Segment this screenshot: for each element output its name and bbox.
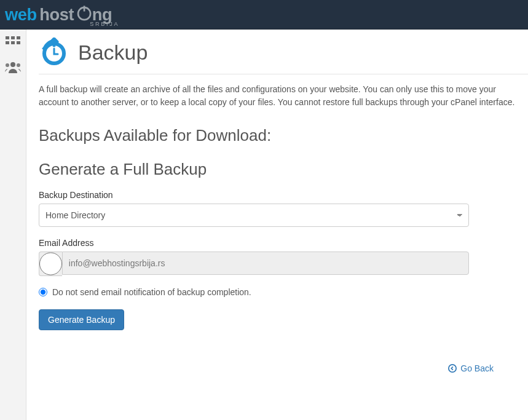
go-back-label: Go Back <box>460 363 494 373</box>
backup-icon <box>39 37 69 68</box>
svg-rect-4 <box>17 36 20 39</box>
go-back-link[interactable]: Go Back <box>448 363 494 373</box>
email-label: Email Address <box>39 238 469 248</box>
destination-label: Backup Destination <box>39 190 469 200</box>
svg-point-9 <box>6 63 9 67</box>
destination-select[interactable]: Home Directory <box>39 204 469 227</box>
svg-rect-2 <box>6 36 9 39</box>
brand-logo[interactable]: web host ng SRBIJA <box>5 2 150 27</box>
svg-rect-6 <box>11 41 15 44</box>
arrow-left-circle-icon <box>448 364 457 373</box>
email-field[interactable] <box>62 252 469 275</box>
generate-backup-button[interactable]: Generate Backup <box>39 309 124 330</box>
radio-no-email[interactable] <box>39 288 47 296</box>
svg-point-10 <box>17 63 20 67</box>
svg-point-8 <box>10 62 15 67</box>
radio-send-email[interactable] <box>39 252 62 275</box>
logo-text-web: web <box>5 5 37 24</box>
logo-subtext: SRBIJA <box>90 21 119 27</box>
users-icon[interactable] <box>4 60 22 74</box>
apps-grid-icon[interactable] <box>4 36 22 49</box>
svg-rect-3 <box>11 36 15 39</box>
intro-text: A full backup will create an archive of … <box>39 83 528 109</box>
svg-point-14 <box>449 365 456 372</box>
page-title: Backup <box>78 41 148 65</box>
divider <box>39 74 528 74</box>
logo-text-host: host <box>39 5 74 24</box>
svg-rect-5 <box>6 41 9 44</box>
email-radio-send[interactable] <box>39 252 62 276</box>
sidebar <box>0 30 26 420</box>
section-generate: Generate a Full Backup <box>39 160 528 179</box>
svg-rect-7 <box>17 41 20 44</box>
no-email-label: Do not send email notification of backup… <box>52 287 251 297</box>
main-content: Backup A full backup will create an arch… <box>26 30 528 420</box>
topbar: web host ng SRBIJA <box>0 0 528 30</box>
svg-rect-1 <box>84 6 85 11</box>
section-available: Backups Available for Download: <box>39 126 528 145</box>
